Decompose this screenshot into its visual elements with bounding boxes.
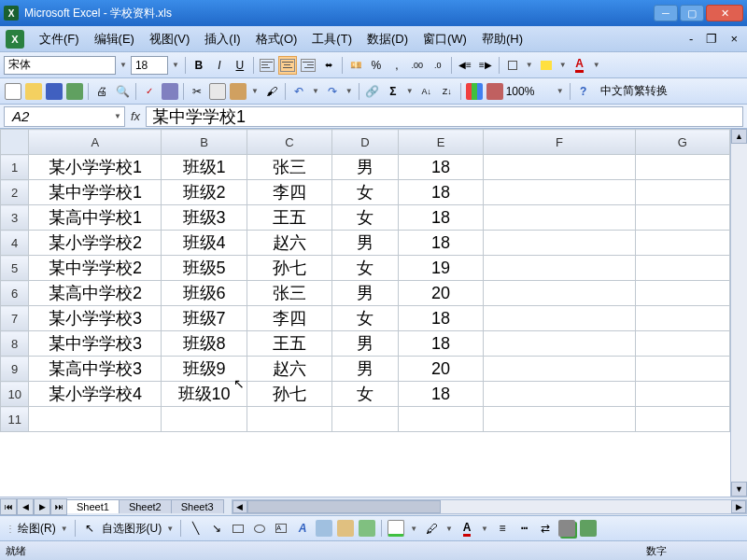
cell[interactable]: 女 <box>331 382 398 407</box>
font-size-selector[interactable]: 18 <box>131 56 168 75</box>
tab-next-button[interactable]: ▶ <box>34 498 50 515</box>
chevron-down-icon[interactable]: ▼ <box>118 61 129 69</box>
chevron-down-icon[interactable]: ▼ <box>249 87 261 95</box>
cell[interactable]: 18 <box>398 180 483 205</box>
drawing-button[interactable] <box>486 82 504 101</box>
font-color-button[interactable]: A <box>571 56 589 75</box>
cell[interactable]: 某小学学校4 <box>29 382 162 407</box>
cell[interactable]: 某高中学校3 <box>29 357 162 382</box>
tab-prev-button[interactable]: ◀ <box>17 498 34 515</box>
align-left-button[interactable] <box>258 56 276 75</box>
picture-button[interactable] <box>358 519 376 538</box>
column-header[interactable]: F <box>484 130 635 155</box>
cell[interactable] <box>635 155 729 180</box>
titlebar[interactable]: X Microsoft Excel - 学校资料.xls ─ ▢ ✕ <box>0 0 747 26</box>
cell[interactable] <box>635 357 729 382</box>
cell[interactable] <box>635 231 729 256</box>
menu-help[interactable]: 帮助(H) <box>474 29 530 49</box>
doc-restore-button[interactable]: ❐ <box>702 32 721 46</box>
cell[interactable]: 孙七 <box>247 382 331 407</box>
row-header[interactable]: 5 <box>1 256 29 281</box>
cell[interactable]: 班级9 <box>162 357 247 382</box>
open-button[interactable] <box>24 82 43 101</box>
cell[interactable] <box>635 180 729 205</box>
cell[interactable]: 18 <box>398 306 483 331</box>
cell[interactable]: 班级5 <box>162 256 247 281</box>
permission-button[interactable] <box>65 82 84 101</box>
align-right-button[interactable] <box>299 56 317 75</box>
format-painter-button[interactable]: 🖌 <box>262 82 281 101</box>
wordart-button[interactable]: A <box>293 519 312 538</box>
cell[interactable] <box>484 331 635 357</box>
cell[interactable] <box>484 205 635 231</box>
font-name-selector[interactable]: 宋体 <box>4 56 116 75</box>
cell[interactable]: 赵六 <box>247 231 331 256</box>
column-header[interactable]: G <box>635 130 729 155</box>
column-header[interactable]: E <box>398 130 483 155</box>
cell[interactable]: 班级2 <box>162 180 247 205</box>
clipart-button[interactable] <box>336 519 355 538</box>
scroll-track[interactable] <box>731 144 747 482</box>
chevron-down-icon[interactable]: ▼ <box>112 112 123 120</box>
decrease-decimal-button[interactable]: .0 <box>429 56 447 75</box>
cell[interactable]: 某小学学校1 <box>29 155 162 180</box>
cell[interactable] <box>247 407 331 432</box>
cell[interactable]: 张三 <box>247 155 331 180</box>
cell[interactable]: 男 <box>331 231 398 256</box>
column-header[interactable]: C <box>247 130 331 155</box>
row-header[interactable]: 11 <box>1 407 29 432</box>
row-header[interactable]: 9 <box>1 357 29 382</box>
cell[interactable]: 某中学学校1 <box>29 180 162 205</box>
new-button[interactable] <box>4 82 22 101</box>
chevron-down-icon[interactable]: ▼ <box>344 87 355 95</box>
cell[interactable] <box>635 256 729 281</box>
autoshapes-menu[interactable]: 自选图形(U) <box>102 521 162 537</box>
cell[interactable]: 孙七 <box>247 256 331 281</box>
row-header[interactable]: 2 <box>1 180 29 205</box>
shadow-button[interactable] <box>557 519 576 538</box>
cell[interactable] <box>635 306 729 331</box>
cell[interactable]: 李四 <box>247 306 331 331</box>
menu-insert[interactable]: 插入(I) <box>197 29 247 49</box>
cell[interactable]: 男 <box>331 281 398 306</box>
line-color-button[interactable]: 🖊 <box>422 519 441 538</box>
arrow-style-button[interactable]: ⇄ <box>536 519 555 538</box>
cell[interactable]: 班级6 <box>162 281 247 306</box>
cell[interactable]: 女 <box>331 205 398 231</box>
row-header[interactable]: 1 <box>1 155 29 180</box>
cell[interactable]: 男 <box>331 155 398 180</box>
cell[interactable] <box>331 407 398 432</box>
cell[interactable]: 男 <box>331 357 398 382</box>
column-header[interactable]: B <box>162 130 247 155</box>
cell[interactable]: 张三 <box>247 281 331 306</box>
chevron-down-icon[interactable]: ▼ <box>591 61 602 69</box>
column-header[interactable]: A <box>29 130 162 155</box>
chevron-down-icon[interactable]: ▼ <box>444 525 455 533</box>
row-header[interactable]: 6 <box>1 281 29 306</box>
cell[interactable]: 某中学学校3 <box>29 331 162 357</box>
cell[interactable]: 某小学学校3 <box>29 306 162 331</box>
menu-window[interactable]: 窗口(W) <box>416 29 474 49</box>
fill-color-button[interactable] <box>537 56 556 75</box>
minimize-button[interactable]: ─ <box>654 5 678 21</box>
line-button[interactable]: ╲ <box>186 519 204 538</box>
cell[interactable] <box>484 180 635 205</box>
horizontal-scrollbar[interactable]: ◀ ▶ <box>232 499 747 514</box>
hyperlink-button[interactable]: 🔗 <box>363 82 382 101</box>
row-header[interactable]: 7 <box>1 306 29 331</box>
comma-button[interactable]: , <box>388 56 406 75</box>
cell[interactable]: 女 <box>331 256 398 281</box>
doc-minimize-button[interactable]: - <box>685 32 697 46</box>
chevron-down-icon[interactable]: ▼ <box>164 525 176 533</box>
select-objects-button[interactable]: ↖ <box>80 519 99 538</box>
chart-button[interactable] <box>465 82 484 101</box>
chevron-down-icon[interactable]: ▼ <box>557 61 569 69</box>
cell[interactable]: 某中学学校2 <box>29 256 162 281</box>
menu-edit[interactable]: 编辑(E) <box>87 29 142 49</box>
research-button[interactable] <box>161 82 179 101</box>
cell[interactable]: 班级8 <box>162 331 247 357</box>
row-header[interactable]: 10 <box>1 382 29 407</box>
fx-icon[interactable]: fx <box>131 109 140 123</box>
cell[interactable]: 某高中学校1 <box>29 205 162 231</box>
excel-app-icon[interactable]: X <box>6 30 24 49</box>
